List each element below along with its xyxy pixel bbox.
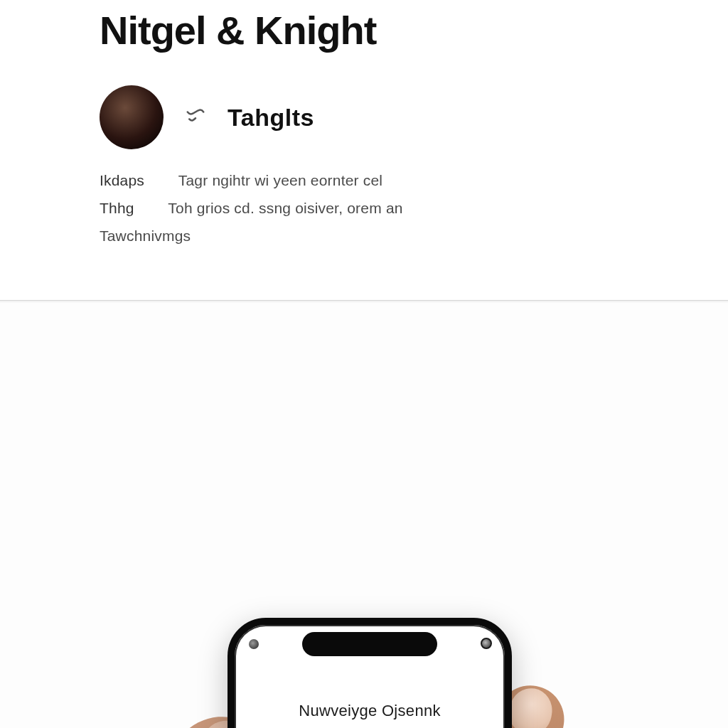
screen-title: Nuwveiyge Ojsennk	[299, 702, 441, 720]
body-line1-lead: Ikdaps	[100, 167, 144, 195]
body-line3: Tawchnivmgs	[100, 228, 191, 244]
body-line2-rest: Toh grios cd. ssng oisiver, orem an	[168, 200, 402, 216]
phone-notch	[302, 632, 437, 656]
tag-icon	[183, 105, 208, 129]
hero-panel: Nuwveiyge Ojsennk Goo der usvsvns Ibotor…	[0, 300, 728, 728]
profile-name[interactable]: Tahglts	[228, 104, 314, 132]
sensor-dot-icon	[481, 638, 492, 649]
article-title: Nitgel & Knight	[100, 7, 628, 53]
avatar[interactable]	[100, 85, 164, 149]
body-line1-rest: Tagr ngihtr wi yeen eornter cel	[178, 172, 383, 188]
phone-mockup: Nuwveiyge Ojsennk Goo der usvsvns Ibotor…	[228, 618, 512, 728]
camera-dot-icon	[249, 639, 259, 649]
body-line2-lead: Thhg	[100, 195, 134, 223]
profile-row: Tahglts	[100, 85, 314, 149]
phone-screen: Nuwveiyge Ojsennk Goo der usvsvns Ibotor…	[245, 665, 495, 728]
article-body: Ikdaps Tagr ngihtr wi yeen eornter cel T…	[100, 167, 628, 250]
